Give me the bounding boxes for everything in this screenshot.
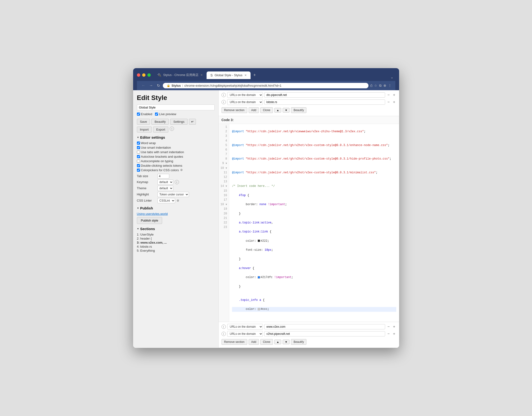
url-remove-1[interactable]: − (386, 93, 391, 97)
publish-link[interactable]: Using userstyles.world (137, 212, 215, 216)
section-item-3[interactable]: 3: www.v2ex.com, ... (137, 241, 215, 244)
import-button[interactable]: Import (137, 127, 152, 132)
url-add-1[interactable]: + (392, 93, 396, 97)
url-remove-2[interactable]: − (386, 100, 391, 104)
tabs-indent-checkbox[interactable] (137, 151, 140, 154)
url-remove-3[interactable]: − (386, 325, 391, 329)
url-input-3[interactable] (264, 324, 385, 329)
url-input-1[interactable] (264, 92, 385, 98)
colorpickers-checkbox[interactable] (137, 169, 140, 172)
beautify-btn-2[interactable]: Beautify (291, 107, 306, 113)
url-row2-info-icon[interactable]: i (222, 100, 226, 104)
section-item-1[interactable]: 1: UserStyle (137, 233, 215, 236)
address-bar: ← → ↻ 🔒 Stylus | chrome-extension://clng… (137, 81, 395, 90)
url-input-2[interactable] (264, 99, 385, 105)
live-preview-checkbox-label[interactable]: Live preview (155, 112, 176, 116)
move-up-btn-2[interactable]: ▲ (274, 108, 281, 113)
profile-icon[interactable]: ⊗ (384, 84, 386, 87)
colorpickers-gear-icon[interactable]: ⚙ (180, 168, 183, 172)
css-linter-select[interactable]: CSSLint (157, 198, 175, 203)
keymap-row: Keymap default i (137, 180, 215, 185)
url-add-2[interactable]: + (392, 100, 396, 104)
address-input[interactable]: 🔒 Stylus | chrome-extension://clngdbkpkp… (163, 83, 368, 88)
add-btn-3[interactable]: Add (249, 339, 259, 345)
section-item-5[interactable]: 5: Everything (137, 249, 215, 252)
tab2-close[interactable]: ✕ (244, 74, 247, 77)
url-type-select-4[interactable]: URLs on the domain (227, 331, 263, 337)
colorpickers-row: Colorpickers for CSS colors ⚙ (137, 168, 215, 172)
autoclose-checkbox[interactable] (137, 155, 140, 158)
menu-icon[interactable]: ⋮ (388, 84, 392, 87)
stylus-store-icon: 🔌 (157, 73, 161, 77)
smart-indent-checkbox[interactable] (137, 146, 140, 149)
url-row3-info-icon[interactable]: i (222, 325, 226, 329)
clone-btn-3[interactable]: Clone (260, 339, 273, 345)
clone-btn-2[interactable]: Clone (260, 107, 273, 113)
traffic-lights (137, 73, 151, 77)
url-add-3[interactable]: + (392, 325, 396, 329)
back-button[interactable]: ← (141, 83, 147, 88)
move-down-btn-2[interactable]: ▼ (283, 108, 290, 113)
remove-section-btn-2[interactable]: Remove section (222, 107, 247, 113)
url-row1-info-icon[interactable]: i (222, 93, 226, 97)
new-tab-button[interactable]: + (251, 71, 259, 79)
tab-global-style[interactable]: S Global Style - Stylus ✕ (207, 71, 250, 79)
tab-size-input[interactable] (157, 174, 169, 179)
extensions-icon[interactable]: ⧉ (379, 84, 382, 88)
enabled-checkbox-label[interactable]: Enabled (137, 112, 152, 116)
minimize-button[interactable] (142, 73, 146, 77)
word-wrap-label: Word wrap (141, 141, 156, 145)
word-wrap-checkbox[interactable] (137, 142, 140, 145)
close-button[interactable] (137, 73, 140, 77)
add-btn-2[interactable]: Add (249, 107, 259, 113)
beautify-btn-3[interactable]: Beautify (291, 339, 306, 345)
info-icon[interactable]: i (170, 127, 174, 131)
autocomplete-checkbox[interactable] (137, 160, 140, 163)
forward-button[interactable]: → (148, 83, 154, 88)
settings-button[interactable]: Settings (170, 119, 187, 125)
url-row4-info-icon[interactable]: i (222, 332, 226, 336)
code3-editor[interactable]: 1 2 3 4 5 6 7 8 9 ▼ 10 ▼ (219, 124, 399, 322)
double-click-label: Double-clicking selects tokens (141, 164, 182, 167)
publish-style-button[interactable]: Publish style (137, 217, 162, 224)
enabled-checkbox[interactable] (137, 113, 140, 116)
highlight-select[interactable]: Token under cursor (157, 192, 189, 197)
share-icon[interactable]: ⎙ (370, 84, 372, 87)
main-content: Edit Style Enabled Live preview Save Bea… (133, 90, 399, 348)
keymap-info-icon[interactable]: i (175, 180, 179, 184)
save-button[interactable]: Save (137, 119, 150, 125)
live-preview-checkbox[interactable] (155, 113, 158, 116)
css-linter-gear-icon[interactable]: ⚙ (177, 199, 179, 202)
enter-button[interactable]: ↵ (189, 119, 196, 125)
style-name-input[interactable] (137, 104, 215, 110)
url-type-select-2[interactable]: URLs on the domain (227, 99, 263, 105)
fullscreen-button[interactable] (147, 73, 151, 77)
tab-stylus-store[interactable]: 🔌 Stylus - Chrome 应用商店 ✕ (154, 71, 207, 79)
url-type-select-1[interactable]: URLs on the domain (227, 92, 263, 98)
url-input-4[interactable] (264, 331, 385, 336)
code3-content[interactable]: @import "https://cdn.jsdelivr.net/gh/vie… (229, 124, 399, 322)
enabled-label: Enabled (141, 112, 152, 116)
reload-button[interactable]: ↻ (156, 83, 161, 88)
keymap-select[interactable]: default (157, 180, 173, 185)
url-type-select-3[interactable]: URLs on the domain (227, 324, 263, 330)
url-add-4[interactable]: + (392, 332, 396, 336)
stylus-icon: S (210, 73, 213, 77)
section2-actions: Remove section Add Clone ▲ ▼ Beautify (222, 106, 396, 114)
remove-section-btn-3[interactable]: Remove section (222, 339, 247, 345)
section-item-2[interactable]: 2: header { (137, 237, 215, 240)
publish-triangle: ▼ (137, 207, 139, 209)
double-click-checkbox[interactable] (137, 164, 140, 167)
export-button[interactable]: Export (153, 127, 168, 132)
section-item-4[interactable]: 4: lobste.rs (137, 245, 215, 248)
tab1-close[interactable]: ✕ (200, 73, 203, 77)
move-up-btn-3[interactable]: ▲ (274, 340, 281, 344)
move-down-btn-3[interactable]: ▼ (283, 340, 290, 344)
theme-select[interactable]: default (157, 186, 173, 191)
tab2-label: Global Style - Stylus (215, 73, 242, 77)
bookmark-icon[interactable]: ☆ (374, 84, 377, 87)
tabs-chevron-icon[interactable]: ⌄ (389, 75, 395, 79)
beautify-button[interactable]: Beautify (151, 119, 169, 125)
url-remove-4[interactable]: − (386, 332, 391, 336)
section3-actions: Remove section Add Clone ▲ ▼ Beautify (222, 338, 396, 346)
